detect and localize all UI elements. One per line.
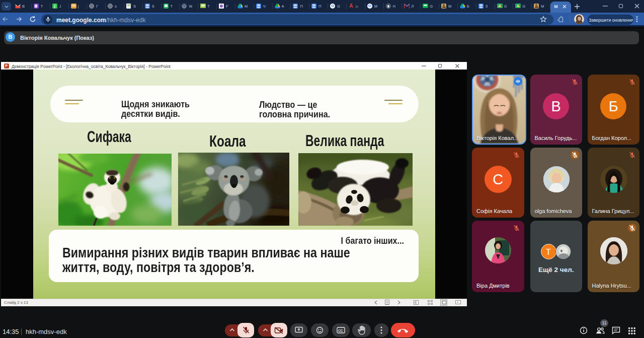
svg-text:CC: CC	[338, 329, 343, 332]
